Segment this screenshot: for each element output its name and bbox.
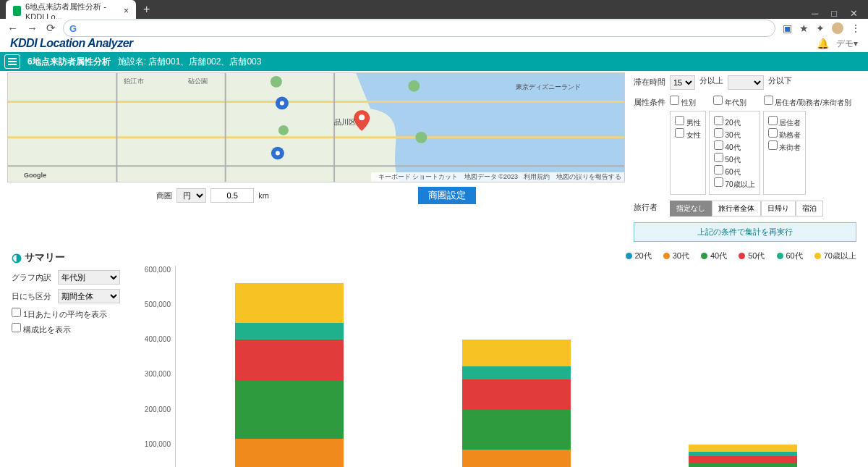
- bar-店舗001: [235, 283, 344, 467]
- seg-30代: [235, 439, 344, 467]
- bar-店舗002: [462, 340, 571, 468]
- close-icon[interactable]: ×: [124, 6, 129, 16]
- menu-icon[interactable]: ⋮: [851, 22, 861, 34]
- svg-point-9: [276, 151, 280, 156]
- chk-worker[interactable]: [768, 128, 778, 138]
- legend-item: 50代: [739, 251, 765, 261]
- y-axis: 600,000500,000400,000300,000200,000100,0…: [132, 266, 175, 467]
- trav-stay[interactable]: 宿泊: [796, 201, 823, 216]
- chk-visitor[interactable]: [768, 140, 778, 150]
- svg-text:東京ディズニーランド: 東京ディズニーランド: [516, 83, 582, 91]
- chk-show-avg[interactable]: [12, 308, 21, 317]
- daydiv-label: 日にち区分: [12, 291, 54, 302]
- back-icon[interactable]: ←: [7, 22, 18, 35]
- set-area-button[interactable]: 商圏設定: [418, 187, 476, 204]
- chk-male[interactable]: [675, 116, 684, 125]
- chk-resident[interactable]: [768, 116, 778, 125]
- browser-toolbar: ← → ⟳ G ▣ ★ ✦ ⋮: [0, 19, 868, 37]
- chk-female[interactable]: [675, 128, 684, 138]
- daydiv-select[interactable]: 期間全体: [58, 289, 120, 303]
- radius-input[interactable]: [210, 188, 254, 203]
- user-menu[interactable]: デモ▾: [836, 38, 858, 50]
- seg-70歳以上: [462, 340, 571, 367]
- seg-60代: [235, 323, 344, 340]
- attr-label: 属性条件: [634, 96, 665, 108]
- map-credits: キーボード ショートカット 地図データ ©2023 利用規約 地図の誤りを報告す…: [371, 172, 624, 182]
- page-title: 6地点来訪者属性分析: [27, 56, 111, 68]
- svg-point-7: [280, 101, 284, 105]
- seg-40代: [462, 410, 571, 450]
- page-subtitle: 施設名: 店舗001、店舗002、店舗003: [118, 56, 262, 68]
- chk-30s[interactable]: [714, 128, 723, 138]
- new-tab-button[interactable]: +: [137, 0, 156, 19]
- app-logo: KDDI Location Analyzer: [10, 37, 133, 50]
- svg-point-4: [278, 125, 289, 135]
- stay-min-select[interactable]: 15: [670, 75, 695, 90]
- traveler-buttons: 指定なし旅行者全体日帰り宿泊: [670, 201, 823, 216]
- chk-gender-header[interactable]: [670, 96, 679, 105]
- chk-type-header[interactable]: [764, 96, 773, 105]
- stay-label: 滞在時間: [634, 75, 665, 88]
- chk-70p[interactable]: [714, 177, 723, 187]
- hamburger-icon[interactable]: [4, 54, 20, 69]
- minimize-icon[interactable]: ─: [812, 8, 818, 19]
- map[interactable]: 品川区 狛江市 砧公園 東京ディズニーランド Google キーボード ショート…: [7, 72, 625, 182]
- seg-40代: [235, 381, 344, 439]
- svg-point-1: [271, 76, 282, 88]
- forward-icon[interactable]: →: [27, 22, 38, 35]
- trav-none[interactable]: 指定なし: [670, 201, 712, 216]
- seg-50代: [462, 379, 571, 411]
- shape-select[interactable]: 円: [176, 188, 206, 203]
- svg-point-2: [408, 80, 420, 92]
- notification-icon[interactable]: 🔔: [817, 38, 829, 49]
- map-svg: 品川区 狛江市 砧公園 東京ディズニーランド Google: [8, 73, 624, 182]
- seg-70歳以上: [235, 283, 344, 323]
- chart-area: 20代30代40代50代60代70歳以上 600,000500,000400,0…: [132, 251, 856, 467]
- seg-70歳以上: [689, 445, 797, 452]
- breakdown-select[interactable]: 年代別: [58, 270, 120, 285]
- tab-title: 6地点来訪者属性分析 - KDDI Lo...: [25, 1, 119, 21]
- close-window-icon[interactable]: ✕: [850, 8, 858, 19]
- svg-point-3: [415, 132, 427, 143]
- stay-max-select[interactable]: [728, 75, 764, 90]
- maximize-icon[interactable]: □: [831, 8, 837, 19]
- bookmark-icon[interactable]: ★: [799, 22, 809, 34]
- trav-all[interactable]: 旅行者全体: [712, 201, 761, 216]
- chk-50s[interactable]: [714, 153, 723, 162]
- breakdown-label: グラフ内訳: [12, 272, 54, 283]
- extension-icon[interactable]: ▣: [783, 22, 792, 34]
- filter-panel: 滞在時間 15 分以上 分以下 属性条件 性別 年代別 居住者/勤務者/来街者別…: [629, 72, 861, 245]
- browser-tab[interactable]: 6地点来訪者属性分析 - KDDI Lo... ×: [6, 0, 136, 19]
- window-controls: ─ □ ✕: [812, 4, 868, 19]
- age-box: 20代 30代 40代 50代 60代 70歳以上: [709, 111, 760, 195]
- chk-show-ratio[interactable]: [12, 323, 21, 332]
- seg-60代: [462, 366, 571, 379]
- address-bar[interactable]: G: [63, 20, 775, 37]
- legend-item: 20代: [626, 251, 652, 261]
- reload-icon[interactable]: ⟳: [46, 22, 56, 35]
- summary-sidebar: ◑ サマリー グラフ内訳 年代別 日にち区分 期間全体 1日あたりの平均を表示 …: [12, 251, 120, 467]
- svg-point-5: [359, 114, 365, 120]
- google-g-icon: G: [69, 23, 77, 34]
- chk-20s[interactable]: [714, 116, 723, 125]
- page-title-bar: 6地点来訪者属性分析 施設名: 店舗001、店舗002、店舗003: [0, 52, 868, 71]
- app-header: KDDI Location Analyzer 🔔 デモ▾: [0, 35, 868, 52]
- seg-30代: [462, 450, 571, 467]
- svg-text:品川区: 品川区: [334, 118, 356, 126]
- trav-day[interactable]: 日帰り: [761, 201, 796, 216]
- map-pin-blue-1: [276, 97, 289, 110]
- svg-text:狛江市: 狛江市: [124, 77, 143, 85]
- area-controls: 商圏 円 km 商圏設定: [7, 182, 625, 209]
- avatar-icon[interactable]: [832, 22, 843, 34]
- chk-60s[interactable]: [714, 165, 723, 174]
- unit-label: km: [258, 191, 269, 200]
- legend-item: 40代: [701, 251, 727, 261]
- chk-40s[interactable]: [714, 140, 723, 150]
- area-label: 商圏: [156, 190, 172, 201]
- seg-50代: [689, 456, 797, 463]
- rerun-button[interactable]: 上記の条件で集計を再実行: [634, 222, 856, 242]
- bar-店舗003: [689, 445, 797, 467]
- chk-age-header[interactable]: [713, 96, 723, 105]
- puzzle-icon[interactable]: ✦: [816, 22, 825, 34]
- gender-box: 男性 女性: [670, 111, 706, 195]
